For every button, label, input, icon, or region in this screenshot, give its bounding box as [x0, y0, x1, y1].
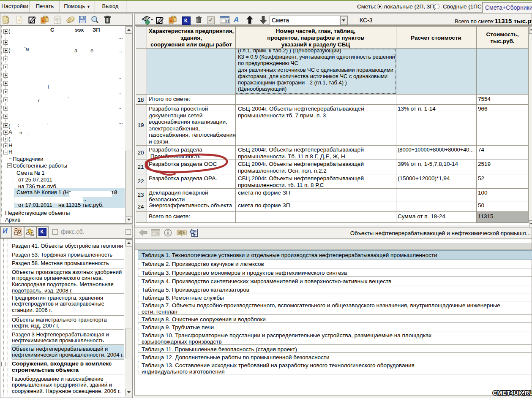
- svg-text:СМЕТ4UK.RU: СМЕТ4UK.RU: [493, 390, 532, 396]
